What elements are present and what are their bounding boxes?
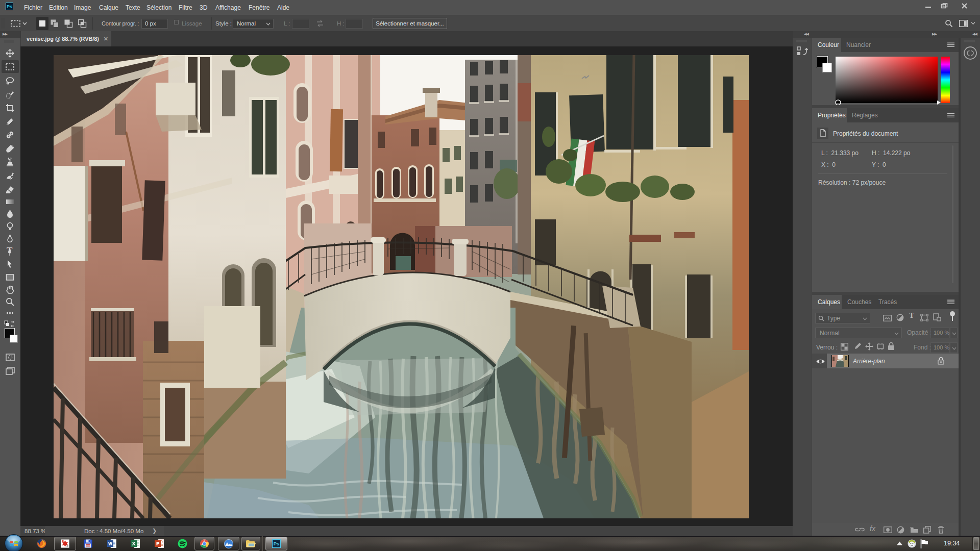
svg-text:Ps: Ps [274,541,280,546]
svg-text:Ps: Ps [7,4,12,9]
